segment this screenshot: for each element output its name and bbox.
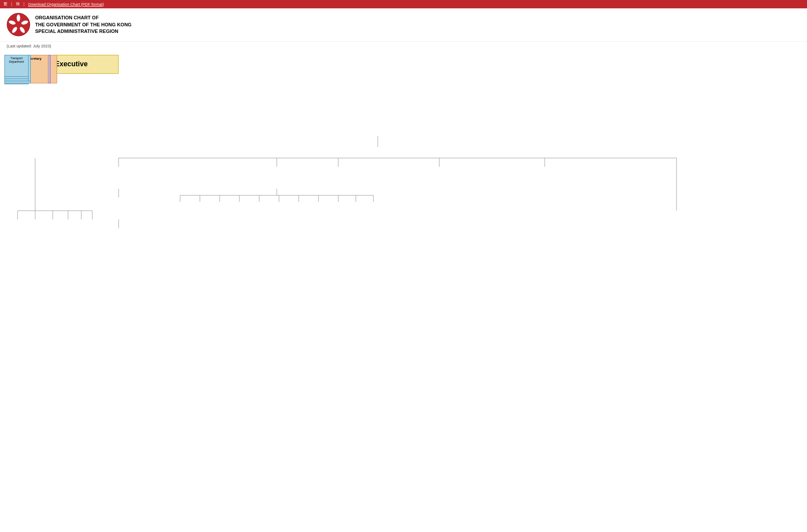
sep1: ｜ [10,1,14,7]
org-lines [4,55,795,532]
header: ORGANISATION CHART OFTHE GOVERNMENT OF T… [0,8,807,42]
chart-container: Chief Executive Public Service Commissio… [0,50,807,532]
svg-point-7 [16,22,21,27]
download-link[interactable]: Download Organisation Chart (PDF format) [28,2,104,7]
last-updated: (Last updated: July 2023) [0,42,807,50]
top-bar: 繁 ｜ 簡 ｜ Download Organisation Chart (PDF… [0,0,807,8]
svg-point-2 [17,14,20,22]
lang-simp[interactable]: 簡 [16,1,20,7]
logo [7,13,31,37]
org-title: ORGANISATION CHART OFTHE GOVERNMENT OF T… [35,14,131,35]
lang-trad[interactable]: 繁 [4,1,7,7]
sep2: ｜ [22,1,26,7]
header-text: ORGANISATION CHART OFTHE GOVERNMENT OF T… [35,14,131,35]
transport-dept: Transport Department [4,55,29,77]
